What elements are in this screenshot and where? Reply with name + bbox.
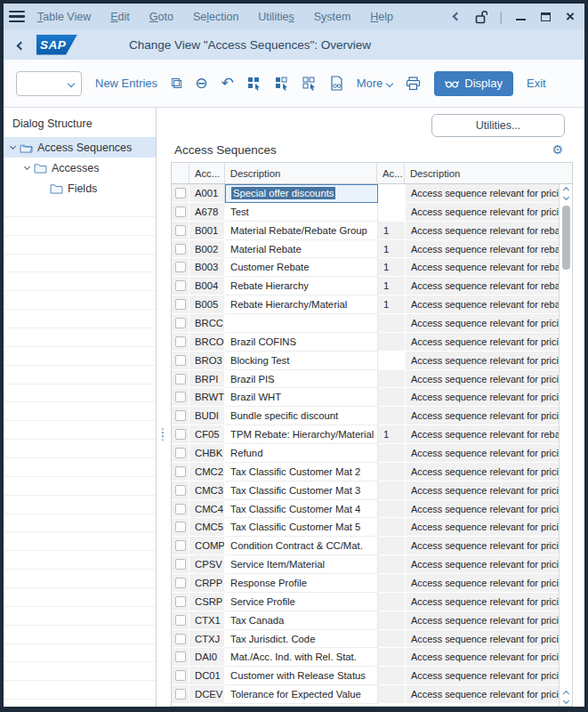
delete-row-icon[interactable]: ⊖: [195, 76, 207, 91]
description-cell[interactable]: Rebate Hierarchy/Material: [225, 295, 378, 314]
row-select-checkbox[interactable]: [175, 374, 186, 384]
column-header-description[interactable]: Description: [225, 163, 377, 183]
menu-item[interactable]: Utilities: [258, 11, 294, 23]
menu-item[interactable]: System: [314, 11, 351, 23]
utilities-button[interactable]: Utilities...: [431, 114, 565, 137]
row-select-checkbox[interactable]: [175, 634, 186, 644]
row-select-checkbox[interactable]: [175, 596, 186, 607]
minimize-button[interactable]: [513, 10, 528, 24]
description-cell[interactable]: Response Profile: [225, 574, 378, 593]
description-cell[interactable]: Tax Classific Customer Mat 5: [225, 518, 378, 537]
scrollbar-thumb[interactable]: [562, 206, 570, 270]
tree-item-access-sequences[interactable]: Access Sequences: [4, 137, 156, 158]
row-select-checkbox[interactable]: [175, 522, 186, 532]
row-select-checkbox[interactable]: [175, 448, 186, 458]
expander-chevron-icon[interactable]: [24, 164, 30, 170]
description-cell[interactable]: Rebate Hierarchy: [225, 277, 378, 295]
expander-chevron-icon[interactable]: [10, 143, 16, 150]
row-select-checkbox[interactable]: [175, 299, 186, 310]
description-cell[interactable]: Brazil PIS: [225, 370, 378, 389]
row-select-checkbox[interactable]: [175, 615, 186, 626]
panel-splitter[interactable]: ⋮⋮: [157, 108, 163, 707]
row-select-checkbox[interactable]: [175, 410, 186, 421]
row-select-checkbox[interactable]: [175, 689, 186, 700]
description-cell[interactable]: Material Rebate/Rebate Group: [225, 222, 378, 240]
row-select-checkbox[interactable]: [175, 188, 186, 198]
row-select-checkbox[interactable]: [175, 225, 186, 236]
description-cell[interactable]: [225, 314, 378, 333]
column-header-acc[interactable]: Acc...: [189, 163, 225, 183]
row-select-checkbox[interactable]: [175, 262, 186, 272]
copy-icon[interactable]: ⧉: [171, 76, 181, 91]
description-cell[interactable]: Brazil WHT: [225, 388, 378, 407]
row-select-checkbox[interactable]: [175, 504, 186, 514]
display-toggle-button[interactable]: Display: [434, 71, 513, 96]
description-cell[interactable]: Bundle specific discount: [225, 407, 378, 425]
description-cell[interactable]: Service Profile: [225, 593, 378, 611]
description-cell[interactable]: Refund: [225, 444, 378, 463]
description-cell[interactable]: Tolerance for Expected Value: [225, 685, 378, 704]
unlock-icon[interactable]: [474, 10, 488, 24]
table-settings-gear-icon[interactable]: ⚙: [552, 142, 563, 157]
description-cell[interactable]: Service Item/Material: [225, 555, 378, 574]
scroll-down-icon[interactable]: [562, 698, 568, 704]
field-contents-icon[interactable]: [330, 76, 343, 91]
row-select-checkbox[interactable]: [175, 206, 186, 217]
scroll-down-icon[interactable]: [562, 194, 568, 200]
back-button[interactable]: [18, 36, 24, 53]
select-block-icon[interactable]: [275, 77, 289, 91]
description-cell[interactable]: Condition Contract & CC/Mat.: [225, 537, 378, 555]
exit-button[interactable]: Exit: [527, 77, 546, 90]
tree-item-fields[interactable]: Fields: [4, 178, 156, 198]
table-scrollbar[interactable]: [559, 184, 572, 706]
description-cell[interactable]: Tax Canada: [225, 611, 378, 630]
menu-scroll-left-icon[interactable]: [449, 10, 463, 24]
description-cell[interactable]: Blocking Test: [225, 352, 378, 370]
print-icon[interactable]: [406, 77, 421, 91]
row-select-checkbox[interactable]: [175, 578, 186, 588]
splitter-grip-icon[interactable]: ⋮⋮: [157, 431, 168, 438]
row-select-checkbox[interactable]: [175, 244, 186, 255]
description-cell[interactable]: Tax Jurisdict. Code: [225, 630, 378, 649]
column-header-ac[interactable]: Ac...: [377, 163, 405, 183]
description-cell[interactable]: Tax Classific Customer Mat 4: [225, 500, 378, 519]
undo-icon[interactable]: ↶: [221, 76, 233, 91]
column-header-description-2[interactable]: Description: [405, 163, 572, 183]
select-all-icon[interactable]: [247, 77, 262, 91]
description-cell[interactable]: Brazil COFINS: [225, 333, 378, 352]
description-cell[interactable]: TPM Rebate: Hierarchy/Material: [225, 425, 378, 444]
scroll-up-icon[interactable]: [562, 691, 568, 697]
description-cell[interactable]: Material Rebate: [225, 240, 378, 259]
description-cell[interactable]: Mat./Acc. Ind. with Rel. Stat.: [225, 648, 378, 667]
description-cell[interactable]: Tax Classific Customer Mat 2: [225, 463, 378, 481]
menu-item[interactable]: Table View: [37, 11, 91, 23]
row-select-checkbox[interactable]: [175, 670, 186, 681]
row-select-checkbox[interactable]: [175, 392, 186, 402]
row-select-checkbox[interactable]: [175, 651, 186, 662]
menu-item[interactable]: Goto: [149, 11, 173, 23]
scroll-up-icon[interactable]: [562, 187, 568, 193]
command-combobox[interactable]: [16, 71, 82, 96]
menu-item[interactable]: Help: [370, 11, 393, 23]
new-entries-button[interactable]: New Entries: [95, 77, 157, 90]
row-select-checkbox[interactable]: [175, 280, 186, 291]
select-all-column-header[interactable]: [172, 163, 189, 183]
tree-item-accesses[interactable]: Accesses: [4, 158, 156, 178]
row-select-checkbox[interactable]: [175, 355, 186, 366]
row-select-checkbox[interactable]: [175, 540, 186, 551]
description-cell[interactable]: Customer Rebate: [225, 258, 378, 277]
description-cell[interactable]: Special offer discounts: [225, 184, 378, 203]
row-select-checkbox[interactable]: [175, 559, 186, 570]
menu-item[interactable]: Selection: [193, 11, 238, 23]
row-select-checkbox[interactable]: [175, 429, 186, 440]
more-menu-button[interactable]: More: [357, 77, 393, 90]
deselect-all-icon[interactable]: [302, 77, 317, 91]
menu-item[interactable]: Edit: [110, 11, 130, 23]
row-select-checkbox[interactable]: [175, 466, 186, 477]
row-select-checkbox[interactable]: [175, 318, 186, 328]
description-cell[interactable]: Test: [225, 203, 378, 222]
maximize-button[interactable]: [538, 10, 552, 24]
description-cell[interactable]: Customer with Release Status: [225, 667, 378, 685]
description-cell[interactable]: Tax Classific Customer Mat 3: [225, 481, 378, 500]
row-select-checkbox[interactable]: [175, 485, 186, 496]
